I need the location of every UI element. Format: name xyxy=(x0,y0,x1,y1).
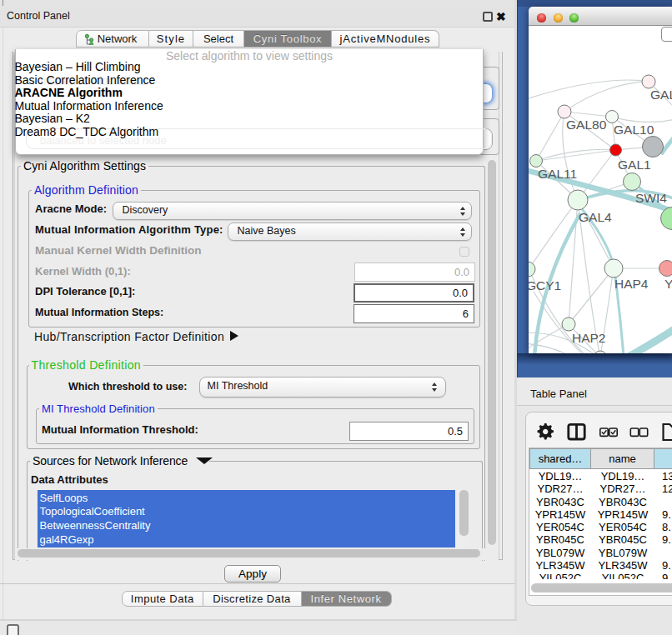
svg-text:YD: YD xyxy=(664,277,672,291)
svg-text:GAL7: GAL7 xyxy=(650,88,672,102)
svg-text:GCY1: GCY1 xyxy=(529,278,561,292)
svg-text:GAL11: GAL11 xyxy=(538,167,577,181)
svg-text:HAP4: HAP4 xyxy=(614,277,649,291)
svg-text:GAL4: GAL4 xyxy=(579,210,612,224)
svg-text:HAP2: HAP2 xyxy=(572,331,606,345)
svg-text:GAL1: GAL1 xyxy=(618,158,651,172)
svg-text:GAL10: GAL10 xyxy=(614,122,654,137)
svg-text:SWI4: SWI4 xyxy=(635,191,667,205)
svg-text:GAL80: GAL80 xyxy=(566,118,607,132)
